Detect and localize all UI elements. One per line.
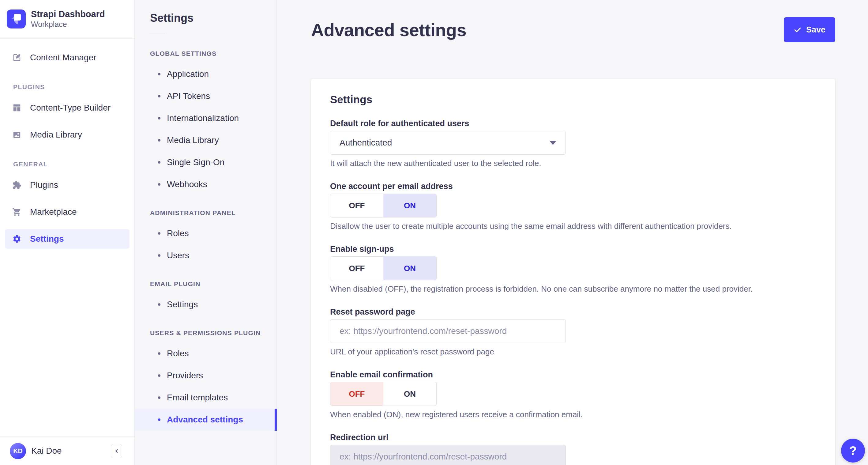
reset-password-input[interactable] bbox=[330, 319, 566, 343]
layout-grid-icon bbox=[12, 103, 22, 112]
email-confirmation-toggle: OFF ON bbox=[330, 382, 437, 406]
subnav-item-internationalization[interactable]: Internationalization bbox=[135, 107, 277, 129]
field-hint: When enabled (ON), new registered users … bbox=[330, 410, 816, 420]
toggle-off-option[interactable]: OFF bbox=[330, 194, 383, 217]
subnav-item-label: Application bbox=[167, 69, 209, 79]
sidebar-item-label: Marketplace bbox=[30, 207, 77, 217]
toggle-off-option[interactable]: OFF bbox=[330, 257, 383, 280]
subnav-item-users[interactable]: Users bbox=[135, 244, 277, 266]
field-redirection-url: Redirection url bbox=[330, 433, 816, 465]
subnav-item-label: Single Sign-On bbox=[167, 157, 224, 167]
chevron-left-icon bbox=[114, 448, 120, 454]
default-role-select[interactable]: Authenticated bbox=[330, 131, 566, 155]
subnav-item-application[interactable]: Application bbox=[135, 63, 277, 85]
picture-icon bbox=[12, 130, 22, 139]
sidebar-item-content-manager[interactable]: Content Manager bbox=[0, 44, 134, 71]
field-hint: When disabled (OFF), the registration pr… bbox=[330, 284, 816, 294]
subnav-item-providers[interactable]: Providers bbox=[135, 365, 277, 386]
field-label: Redirection url bbox=[330, 433, 816, 442]
save-button[interactable]: Save bbox=[784, 17, 835, 42]
app-title: Strapi Dashboard bbox=[31, 8, 105, 20]
field-label: Enable email confirmation bbox=[330, 370, 816, 380]
settings-subnav: Settings GLOBAL SETTINGS Application API… bbox=[135, 0, 277, 465]
subnav-title: Settings bbox=[150, 12, 277, 25]
field-label: Default role for authenticated users bbox=[330, 119, 816, 128]
sidebar-item-plugins[interactable]: Plugins bbox=[0, 172, 134, 199]
subnav-section-administration-panel: ADMINISTRATION PANEL Roles Users bbox=[135, 209, 277, 266]
field-hint: Disallow the user to create multiple acc… bbox=[330, 221, 816, 231]
subnav-item-label: Settings bbox=[167, 299, 198, 310]
field-label: One account per email address bbox=[330, 181, 816, 191]
subnav-item-email-settings[interactable]: Settings bbox=[135, 293, 277, 316]
collapse-sidebar-button[interactable] bbox=[111, 444, 122, 458]
sidebar-section-plugins: PLUGINS bbox=[13, 83, 134, 91]
main-content: Advanced settings Save Settings Default … bbox=[277, 0, 868, 465]
user-name: Kai Doe bbox=[31, 446, 62, 456]
field-reset-password: Reset password page URL of your applicat… bbox=[330, 307, 816, 357]
subnav-item-advanced-settings[interactable]: Advanced settings bbox=[135, 409, 277, 431]
select-value: Authenticated bbox=[340, 138, 392, 148]
cart-icon bbox=[12, 207, 22, 216]
workspace-brand: Strapi Dashboard Workplace bbox=[0, 0, 134, 29]
strapi-logo-icon bbox=[7, 9, 26, 28]
main-sidebar: Strapi Dashboard Workplace Content Manag… bbox=[0, 0, 135, 465]
subnav-item-label: Internationalization bbox=[167, 113, 239, 123]
one-account-toggle: OFF ON bbox=[330, 194, 437, 217]
toggle-on-option[interactable]: ON bbox=[383, 257, 436, 280]
subnav-item-single-sign-on[interactable]: Single Sign-On bbox=[135, 151, 277, 173]
toggle-off-option[interactable]: OFF bbox=[330, 382, 383, 406]
subnav-item-roles-admin[interactable]: Roles bbox=[135, 223, 277, 244]
toggle-on-option[interactable]: ON bbox=[383, 194, 436, 217]
subnav-section-users-permissions-plugin: USERS & PERMISSIONS PLUGIN Roles Provide… bbox=[135, 329, 277, 431]
sidebar-item-label: Content-Type Builder bbox=[30, 103, 111, 113]
sidebar-item-media-library[interactable]: Media Library bbox=[0, 121, 134, 148]
subnav-item-api-tokens[interactable]: API Tokens bbox=[135, 85, 277, 107]
gear-icon bbox=[12, 234, 22, 243]
avatar: KD bbox=[10, 443, 26, 459]
page-header: Advanced settings Save bbox=[311, 15, 835, 44]
field-enable-sign-ups: Enable sign-ups OFF ON When disabled (OF… bbox=[330, 244, 816, 294]
field-one-account: One account per email address OFF ON Dis… bbox=[330, 181, 816, 231]
subnav-item-webhooks[interactable]: Webhooks bbox=[135, 173, 277, 196]
sidebar-footer: KD Kai Doe bbox=[0, 437, 134, 465]
subnav-section-email-plugin: EMAIL PLUGIN Settings bbox=[135, 280, 277, 316]
field-hint: URL of your application's reset password… bbox=[330, 347, 816, 357]
settings-card: Settings Default role for authenticated … bbox=[311, 79, 835, 465]
field-default-role: Default role for authenticated users Aut… bbox=[330, 119, 816, 169]
sidebar-nav: Content Manager PLUGINS Content-Type Bui… bbox=[0, 38, 134, 253]
question-mark-icon: ? bbox=[849, 444, 857, 458]
subnav-divider bbox=[149, 34, 164, 34]
subnav-item-roles-up[interactable]: Roles bbox=[135, 343, 277, 365]
subnav-item-media-library[interactable]: Media Library bbox=[135, 129, 277, 151]
sidebar-item-content-type-builder[interactable]: Content-Type Builder bbox=[0, 94, 134, 121]
sign-ups-toggle: OFF ON bbox=[330, 256, 437, 280]
sidebar-item-label: Media Library bbox=[30, 130, 82, 140]
help-button[interactable]: ? bbox=[841, 439, 865, 463]
chevron-down-icon bbox=[550, 141, 556, 145]
toggle-on-option[interactable]: ON bbox=[383, 382, 436, 406]
subnav-item-label: Users bbox=[167, 251, 189, 260]
subnav-item-label: Webhooks bbox=[167, 179, 207, 189]
puzzle-icon bbox=[12, 180, 22, 190]
subnav-item-label: Roles bbox=[167, 229, 189, 238]
subnav-section-header: ADMINISTRATION PANEL bbox=[150, 209, 277, 217]
field-label: Enable sign-ups bbox=[330, 244, 816, 254]
subnav-section-global-settings: GLOBAL SETTINGS Application API Tokens I… bbox=[135, 50, 277, 196]
subnav-item-label: Media Library bbox=[167, 136, 219, 145]
subnav-section-header: GLOBAL SETTINGS bbox=[150, 50, 277, 58]
sidebar-item-settings[interactable]: Settings bbox=[0, 226, 134, 253]
field-email-confirmation: Enable email confirmation OFF ON When en… bbox=[330, 370, 816, 420]
sidebar-section-general: GENERAL bbox=[13, 161, 134, 168]
workspace-name: Workplace bbox=[31, 20, 105, 29]
subnav-section-header: EMAIL PLUGIN bbox=[150, 280, 277, 288]
field-label: Reset password page bbox=[330, 307, 816, 317]
sidebar-item-label: Content Manager bbox=[30, 53, 96, 62]
field-hint: It will attach the new authenticated use… bbox=[330, 158, 816, 169]
subnav-item-label: Advanced settings bbox=[167, 415, 243, 425]
sidebar-item-label: Settings bbox=[30, 234, 64, 244]
subnav-item-label: Email templates bbox=[167, 393, 228, 403]
subnav-item-email-templates[interactable]: Email templates bbox=[135, 386, 277, 409]
sidebar-item-marketplace[interactable]: Marketplace bbox=[0, 199, 134, 226]
save-button-label: Save bbox=[806, 25, 826, 35]
subnav-item-label: Providers bbox=[167, 371, 203, 380]
